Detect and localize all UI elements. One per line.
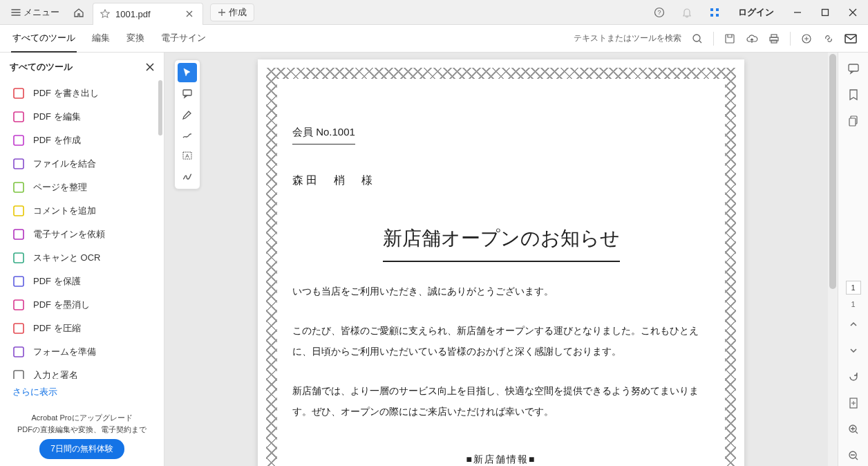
tool-label: スキャンと OCR	[33, 252, 101, 264]
tool-item-3[interactable]: ファイルを結合	[0, 152, 164, 176]
copy-icon	[848, 115, 859, 127]
bookmark-panel-button[interactable]	[842, 84, 865, 105]
svg-rect-3	[716, 8, 719, 11]
page-total: 1	[851, 300, 855, 308]
link-icon	[823, 33, 834, 44]
tool-item-9[interactable]: PDF を墨消し	[0, 293, 164, 317]
save-button[interactable]	[724, 32, 736, 45]
tool-item-5[interactable]: コメントを追加	[0, 199, 164, 223]
rotate-button[interactable]	[842, 366, 865, 387]
tool-label: PDF を作成	[33, 134, 81, 147]
info-header: ■新店舗情報■	[292, 449, 710, 466]
titlebar: メニュー 1001.pdf 作成 ? ログイン	[0, 0, 868, 25]
plus-icon	[218, 8, 226, 17]
link-button[interactable]	[822, 32, 835, 45]
print-button[interactable]	[768, 32, 780, 45]
search-button[interactable]	[691, 32, 704, 45]
toolbar: すべてのツール 編集 変換 電子サイン テキストまたはツールを検索	[0, 25, 868, 53]
tool-item-1[interactable]: PDF を編集	[0, 105, 164, 129]
copy-panel-button[interactable]	[842, 111, 865, 131]
menu-button[interactable]: メニュー	[6, 3, 65, 21]
notification-button[interactable]	[674, 1, 699, 24]
page-up-button[interactable]	[842, 314, 865, 335]
help-button[interactable]: ?	[647, 1, 672, 24]
ai-button[interactable]	[800, 32, 813, 45]
chevron-up-icon	[849, 320, 858, 328]
left-panel-title: すべてのツール	[10, 61, 73, 73]
hamburger-icon	[11, 8, 21, 17]
svg-rect-32	[849, 118, 856, 126]
window-close[interactable]	[840, 1, 865, 24]
comment-tool[interactable]	[178, 84, 197, 103]
show-more-button[interactable]: さらに表示	[0, 379, 164, 405]
svg-rect-20	[14, 230, 23, 239]
apps-button[interactable]	[702, 1, 727, 24]
print-icon	[768, 33, 780, 44]
paragraph-3: 新店舗では、より一層のサービス向上を目指し、快適な空間を提供できるよう努めてまい…	[292, 381, 710, 422]
paragraph-2: このたび、皆様のご愛顧に支えられ、新店舗をオープンする運びとなりました。これもひ…	[292, 321, 710, 362]
mail-button[interactable]	[845, 32, 857, 45]
tab-all-tools[interactable]: すべてのツール	[11, 25, 77, 53]
left-scrollbar[interactable]	[158, 80, 162, 136]
svg-rect-22	[14, 277, 23, 286]
close-icon	[849, 8, 857, 17]
left-panel-close[interactable]	[146, 63, 154, 71]
signature-icon	[182, 171, 193, 182]
svg-rect-21	[14, 253, 23, 263]
sign-tool[interactable]	[178, 167, 197, 186]
tab-esign[interactable]: 電子サイン	[160, 25, 207, 53]
tab-convert[interactable]: 変換	[125, 25, 146, 53]
svg-rect-15	[14, 112, 23, 122]
tool-item-7[interactable]: スキャンと OCR	[0, 246, 164, 270]
tool-label: PDF を保護	[33, 275, 81, 288]
tool-label: 入力と署名	[33, 369, 78, 379]
recipient-name: 森田 梢 様	[292, 169, 710, 192]
zoom-out-button[interactable]	[842, 445, 865, 466]
search-placeholder[interactable]: テキストまたはツールを検索	[574, 32, 681, 44]
page-icon	[849, 398, 858, 409]
member-number: 会員 No.1001	[292, 122, 355, 145]
draw-tool[interactable]	[178, 125, 197, 145]
chat-panel-button[interactable]	[842, 58, 865, 79]
tool-item-8[interactable]: PDF を保護	[0, 270, 164, 293]
new-tab-button[interactable]: 作成	[210, 3, 254, 21]
tool-item-2[interactable]: PDF を作成	[0, 129, 164, 152]
tool-item-12[interactable]: 入力と署名	[0, 364, 164, 379]
cloud-button[interactable]	[746, 32, 758, 45]
page-down-button[interactable]	[842, 340, 865, 361]
page-number-input[interactable]: 1	[846, 281, 861, 295]
window-maximize[interactable]	[813, 1, 838, 24]
tool-list: PDF を書き出しPDF を編集PDF を作成ファイルを結合ページを整理コメント…	[0, 82, 164, 379]
svg-rect-17	[14, 159, 23, 169]
tab-document[interactable]: 1001.pdf	[93, 3, 203, 25]
cloud-icon	[746, 33, 758, 44]
tool-label: ファイルを結合	[33, 158, 96, 170]
window-minimize[interactable]	[785, 1, 810, 24]
tool-item-10[interactable]: PDF を圧縮	[0, 317, 164, 340]
home-button[interactable]	[68, 4, 90, 21]
tool-label: PDF を編集	[33, 111, 81, 123]
right-rail: 1 1	[838, 53, 868, 466]
svg-rect-6	[822, 9, 829, 15]
star-icon	[100, 9, 110, 19]
tab-edit[interactable]: 編集	[91, 25, 111, 53]
upgrade-subtitle: PDFの直接編集や変換、電子契約まで	[7, 424, 157, 436]
tool-item-0[interactable]: PDF を書き出し	[0, 82, 164, 105]
tool-item-4[interactable]: ページを整理	[0, 176, 164, 199]
rotate-icon	[848, 371, 859, 382]
zoom-in-button[interactable]	[842, 419, 865, 440]
chevron-down-icon	[849, 346, 858, 355]
scrollbar-thumb[interactable]	[829, 54, 836, 289]
pagefit-button[interactable]	[842, 393, 865, 413]
divider	[713, 32, 714, 46]
tab-close-button[interactable]	[183, 9, 196, 19]
tool-item-11[interactable]: フォームを準備	[0, 340, 164, 364]
trial-button[interactable]: 7日間の無料体験	[39, 439, 124, 459]
text-tool[interactable]: A	[178, 146, 197, 165]
tool-item-6[interactable]: 電子サインを依頼	[0, 223, 164, 246]
login-button[interactable]: ログイン	[730, 2, 782, 23]
paragraph-1: いつも当店をご利用いただき、誠にありがとうございます。	[292, 281, 710, 301]
selection-tool[interactable]	[178, 63, 197, 82]
document-scrollbar[interactable]	[828, 53, 838, 466]
highlight-tool[interactable]	[178, 104, 197, 124]
